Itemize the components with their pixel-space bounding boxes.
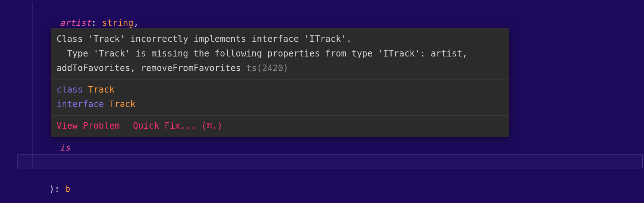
declaration-name: Track [109, 99, 136, 109]
type-fragment: b [65, 184, 70, 194]
hover-tooltip[interactable]: Class 'Track' incorrectly implements int… [51, 28, 509, 137]
view-problem-link[interactable]: View Problem [57, 118, 120, 133]
declaration-keyword: class [57, 85, 83, 95]
error-code: ts(2420) [246, 63, 288, 73]
property-name: artist [60, 18, 92, 28]
hover-actions-bar: View Problem Quick Fix... (⌘.) [51, 116, 509, 137]
hover-declarations: class Track interface Track [51, 79, 509, 115]
declaration-keyword: interface [57, 99, 104, 109]
type-annotation: string [102, 18, 133, 28]
property-fragment: is [60, 143, 70, 153]
code-line[interactable]: ): b [0, 168, 644, 203]
declaration-name: Track [88, 85, 115, 95]
paren-close: ): [49, 184, 60, 194]
hover-error-message: Class 'Track' incorrectly implements int… [51, 29, 509, 79]
code-editor[interactable]: artist: string, releasedAt: string, ge i… [0, 0, 644, 203]
quick-fix-link[interactable]: Quick Fix... (⌘.) [133, 118, 222, 133]
error-message-line: Class 'Track' incorrectly implements int… [57, 34, 352, 44]
